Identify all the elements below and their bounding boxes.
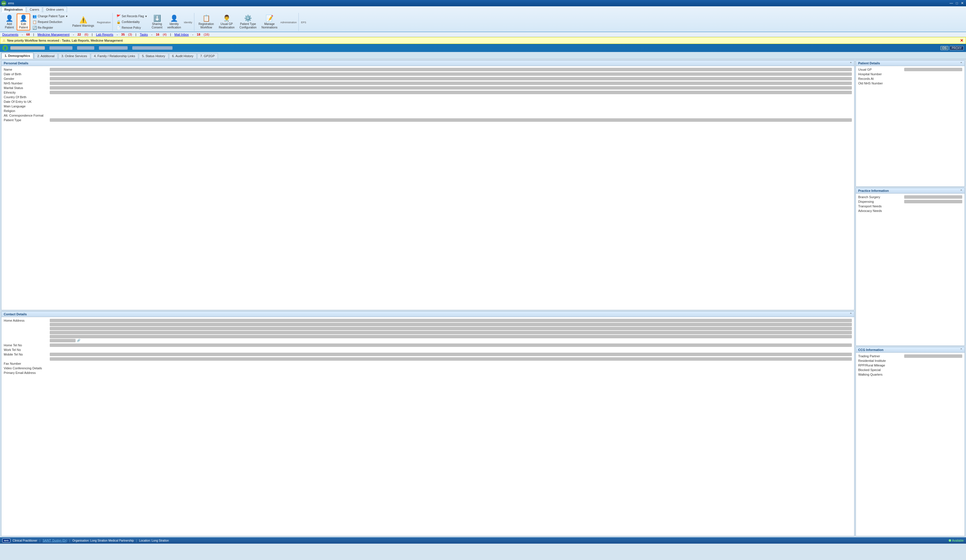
remove-policy-button[interactable]: 📄 Remove Policy: [115, 25, 149, 30]
minimize-button[interactable]: —: [948, 1, 954, 5]
home-address-label: Home Address: [4, 319, 50, 322]
blocked-special-label: Blocked Special: [858, 368, 904, 372]
add-patient-label: Add Patient: [5, 22, 14, 29]
patient-details-chevron[interactable]: ⌃: [960, 62, 962, 65]
change-patient-type-button[interactable]: 👥 Change Patient Type ▼: [31, 14, 69, 19]
identity-small-buttons: 🚩 Set Records Flag ▼ 🔒 Confidentiality 📄…: [115, 14, 149, 30]
mobile-extra-value: [50, 357, 852, 361]
lab-new: (3): [128, 33, 132, 36]
maximize-button[interactable]: □: [955, 1, 959, 5]
edit-patient-icon: 👤: [20, 15, 27, 22]
patient-details-panel: Patient Details ⌃ Usual GP Hospital Numb…: [856, 60, 965, 187]
documents-link[interactable]: Documents: [2, 33, 18, 36]
patient-dob: [49, 46, 72, 50]
field-residential-institute: Residential Institute: [858, 359, 962, 363]
add-patient-button[interactable]: 👤 Add Patient: [3, 14, 16, 30]
manage-nominations-button[interactable]: 📝 Manage Nominations: [259, 14, 279, 30]
quick-links-bar: Documents - 68 | Medicine Management - 2…: [0, 32, 966, 37]
proxy-badge: PROXY: [950, 46, 964, 50]
ribbon-tab-bar: Registration Carers Online users: [1, 7, 965, 12]
request-deduction-button[interactable]: 📋 Request Deduction: [31, 20, 69, 25]
tab-online-services[interactable]: 3. Online Services: [58, 53, 90, 59]
medicine-management-link[interactable]: Medicine Management: [38, 33, 69, 36]
eps-group-label: EPS: [301, 20, 306, 24]
usual-gp-icon: 👨‍⚕️: [223, 15, 231, 22]
dispensing-value: [904, 200, 962, 203]
tab-additional[interactable]: 2. Additional: [34, 53, 58, 59]
tasks-link[interactable]: Tasks: [140, 33, 148, 36]
practice-info-body: Branch Surgery Dispensing Transport Need…: [856, 193, 964, 344]
lab-reports-link[interactable]: Lab Reports: [96, 33, 113, 36]
lab-separator: -: [117, 33, 118, 36]
ccg-info-chevron[interactable]: ⌃: [960, 348, 962, 351]
mail-inbox-link[interactable]: Mail Inbox: [174, 33, 189, 36]
close-button[interactable]: ✕: [960, 1, 965, 5]
tasks-separator: -: [151, 33, 153, 36]
remove-policy-icon: 📄: [117, 26, 121, 30]
registration-group-label: Registration: [97, 20, 111, 24]
field-rpp-rural: RPP/Rural Mileage: [858, 363, 962, 368]
contact-details-body: Home Address 🔗: [2, 317, 854, 536]
tab-gp2gp[interactable]: 7. GP2GP: [197, 53, 218, 59]
tab-online-users[interactable]: Online users: [43, 7, 67, 12]
title-text: ems: [8, 2, 14, 5]
contact-details-chevron[interactable]: ⌃: [849, 313, 852, 316]
patient-type-config-label: Patient Type Configuration: [240, 22, 256, 29]
registration-small-buttons: 👥 Change Patient Type ▼ 📋 Request Deduct…: [31, 14, 69, 30]
field-date-entry-uk: Date Of Entry to UK: [4, 99, 852, 104]
patient-warnings-button[interactable]: ⚠️ Patient Warnings: [70, 15, 96, 28]
edit-patient-button[interactable]: 👤 Edit Patient: [17, 13, 30, 30]
field-patient-type: Patient Type: [4, 118, 852, 122]
confidentiality-button[interactable]: 🔒 Confidentiality: [115, 20, 149, 25]
field-records-at: Records At: [858, 76, 962, 81]
status-user-link[interactable]: SAINT, Dustyn (Dr): [43, 539, 67, 542]
nhs-number-label: NHS Number: [4, 82, 50, 85]
field-old-nhs: Old NHS Number: [858, 81, 962, 85]
tab-registration[interactable]: Registration: [1, 7, 26, 12]
tab-status-history[interactable]: 5. Status History: [139, 53, 169, 59]
usual-gp-label: Usual GP Reallocation: [219, 22, 235, 29]
tab-demographics[interactable]: 1. Demographics: [1, 52, 34, 59]
tab-carers[interactable]: Carers: [26, 7, 42, 12]
field-transport-needs: Transport Needs: [858, 204, 962, 208]
set-records-flag-button[interactable]: 🚩 Set Records Flag ▼: [115, 14, 149, 19]
patient-type-config-button[interactable]: ⚙️ Patient Type Configuration: [238, 14, 258, 30]
re-register-button[interactable]: 🔄 Re-Register: [31, 25, 69, 30]
usual-gp-button[interactable]: 👨‍⚕️ Usual GP Reallocation: [217, 14, 237, 30]
home-tel-value: [50, 344, 852, 347]
registration-workflow-icon: 📋: [202, 15, 210, 22]
gender-value: [50, 77, 852, 80]
field-gender: Gender: [4, 76, 852, 81]
medicine-separator: -: [73, 33, 74, 36]
personal-details-header: Personal Details ⌃: [2, 61, 854, 66]
notification-icon: ⚠: [3, 39, 5, 43]
sharing-consent-button[interactable]: ⬇️ Sharing Consent: [150, 14, 164, 30]
patient-type-value: [50, 118, 852, 122]
field-fax: Fax Number: [4, 361, 852, 366]
notification-bar: ⚠ New priority Workflow Items received -…: [0, 37, 966, 44]
add-patient-icon: 👤: [5, 15, 13, 22]
patient-details-title: Patient Details: [858, 61, 880, 65]
tab-audit-history[interactable]: 6. Audit History: [169, 53, 197, 59]
residential-institute-label: Residential Institute: [858, 359, 904, 362]
home-tel-label: Home Tel No: [4, 344, 50, 347]
patient-info: [10, 46, 172, 50]
dob-value: [50, 72, 852, 76]
available-text: Available: [952, 539, 964, 542]
identity-verification-button[interactable]: 👤 Identity verification: [165, 14, 183, 30]
tab-family-links[interactable]: 4. Family / Relationship Links: [91, 53, 138, 59]
lab-count: 35: [121, 33, 125, 36]
registration-workflow-button[interactable]: 📋 Registration Workflow: [197, 14, 216, 30]
mobile-tel-value: [50, 353, 852, 356]
practice-info-chevron[interactable]: ⌃: [960, 189, 962, 192]
practice-info-title: Practice Information: [858, 189, 889, 192]
personal-details-chevron[interactable]: ⌃: [849, 62, 852, 65]
field-dob: Date of Birth: [4, 72, 852, 76]
notification-close-button[interactable]: ✕: [960, 38, 963, 43]
personal-details-body: Name Date of Birth Gender NHS Number: [2, 66, 854, 310]
ql-sep1: |: [33, 33, 34, 36]
field-video-conf: Video Conferencing Details: [4, 366, 852, 370]
documents-separator: -: [22, 33, 23, 36]
notification-message: New priority Workflow Items received - T…: [7, 39, 123, 42]
re-register-icon: 🔄: [33, 26, 37, 30]
